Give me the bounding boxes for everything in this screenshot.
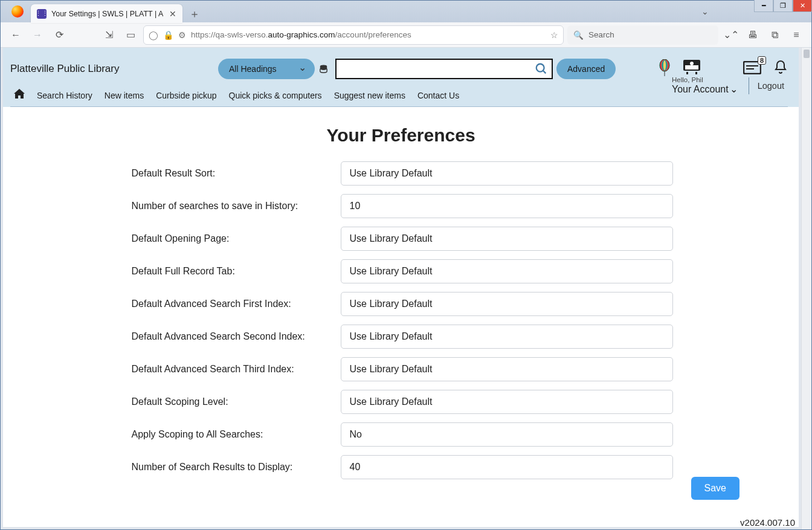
headings-dropdown-label: All Headings	[229, 64, 277, 74]
browser-toolbar: ← → ⟳ ⇲ ▭ ◯ 🔒 ⚙ https://qa-swls-verso.au…	[1, 22, 811, 48]
pref-label: Default Advanced Search Second Index:	[129, 331, 341, 342]
svg-line-2	[543, 71, 546, 74]
nav-contact-us[interactable]: Contact Us	[417, 91, 459, 100]
svg-rect-8	[685, 65, 698, 69]
balloon-icon[interactable]	[659, 59, 671, 79]
nav-quick-picks[interactable]: Quick picks & computers	[229, 91, 322, 100]
pref-label: Apply Scoping to All Searches:	[129, 429, 341, 440]
home-icon[interactable]	[14, 89, 25, 102]
pref-row: Default Scoping Level:Use Library Defaul…	[129, 390, 673, 414]
permissions-icon: ⚙	[178, 30, 186, 40]
shield-icon: ◯	[149, 30, 158, 40]
print-icon[interactable]: 🖶	[744, 26, 762, 44]
pref-label: Default Result Sort:	[129, 168, 341, 179]
greeting-text: Hello, Phil	[672, 76, 738, 83]
svg-point-5	[663, 60, 666, 70]
pref-row: Apply Scoping to All Searches:No	[129, 422, 673, 447]
nav-new-items[interactable]: New items	[105, 91, 144, 100]
browser-tab[interactable]: ⋮⋮ Your Settings | SWLS | PLATT | A ✕	[31, 4, 182, 23]
svg-rect-11	[695, 72, 697, 74]
tab-title: Your Settings | SWLS | PLATT | A	[51, 10, 163, 18]
card-badge: 8	[758, 56, 766, 65]
pref-select[interactable]: Use Library Default	[341, 161, 673, 186]
pref-row: Default Advanced Search Third Index:Use …	[129, 357, 673, 381]
window-maximize-button[interactable]: ❐	[773, 0, 793, 12]
pref-label: Default Advanced Search First Index:	[129, 299, 341, 309]
scrollbar-thumb[interactable]	[804, 50, 810, 58]
containers-icon[interactable]: ▭	[121, 26, 140, 44]
pref-row: Default Advanced Search First Index:Use …	[129, 292, 673, 316]
tabs-dropdown-icon[interactable]: ⌄	[701, 7, 709, 16]
forward-button[interactable]: →	[28, 26, 47, 44]
window-minimize-button[interactable]: ━	[754, 0, 773, 12]
window-close-button[interactable]: ✕	[793, 0, 812, 12]
tab-close-icon[interactable]: ✕	[168, 9, 178, 19]
pref-select[interactable]: Use Library Default	[341, 357, 673, 381]
svg-point-1	[536, 64, 544, 72]
database-icon[interactable]	[318, 62, 332, 76]
advanced-search-button[interactable]: Advanced	[556, 59, 616, 79]
pref-select[interactable]: Use Library Default	[341, 390, 673, 414]
nav-suggest-items[interactable]: Suggest new items	[334, 91, 405, 100]
pref-select[interactable]: 40	[341, 455, 673, 479]
bookmark-star-icon[interactable]: ☆	[550, 30, 558, 40]
catalog-search-input[interactable]	[343, 60, 535, 78]
pref-label: Number of searches to save in History:	[129, 201, 341, 212]
url-bar[interactable]: ◯ 🔒 ⚙ https://qa-swls-verso.auto-graphic…	[143, 25, 564, 45]
chevron-down-icon: ⌄	[730, 83, 738, 95]
pref-row: Default Result Sort:Use Library Default	[129, 161, 673, 186]
pref-row: Default Opening Page:Use Library Default	[129, 227, 673, 251]
tab-strip: ⋮⋮ Your Settings | SWLS | PLATT | A ✕ ＋ …	[1, 1, 811, 22]
browser-search-box[interactable]: 🔍 Search	[567, 25, 718, 45]
catalog-search-box[interactable]	[335, 59, 553, 79]
search-submit-icon[interactable]	[535, 62, 548, 76]
firefox-logo-icon	[11, 5, 24, 18]
pref-select[interactable]: 10	[341, 194, 673, 218]
pref-label: Number of Search Results to Display:	[129, 462, 341, 473]
new-tab-button[interactable]: ＋	[186, 5, 203, 22]
your-account-menu[interactable]: Your Account⌄	[672, 83, 738, 95]
nav-curbside-pickup[interactable]: Curbside pickup	[156, 91, 216, 100]
extensions-icon[interactable]: ⇲	[100, 26, 118, 44]
search-icon: 🔍	[573, 30, 584, 40]
search-placeholder: Search	[588, 30, 614, 39]
reload-button[interactable]: ⟳	[50, 26, 68, 44]
page-title: Your Preferences	[27, 125, 775, 146]
version-text: v2024.007.10	[740, 517, 795, 528]
extensions-puzzle-icon[interactable]: ⧉	[765, 26, 784, 44]
pref-select[interactable]: Use Library Default	[341, 325, 673, 349]
back-button[interactable]: ←	[7, 26, 25, 44]
pref-select[interactable]: No	[341, 422, 673, 447]
pref-row: Default Advanced Search Second Index:Use…	[129, 325, 673, 349]
vertical-scrollbar[interactable]	[801, 48, 811, 529]
library-name: Platteville Public Library	[10, 63, 210, 75]
pref-select[interactable]: Use Library Default	[341, 259, 673, 283]
svg-point-9	[690, 62, 694, 65]
pref-row: Number of Search Results to Display:40	[129, 455, 673, 479]
tab-favicon-icon: ⋮⋮	[37, 9, 47, 19]
page-content: Platteville Public Library All Headings	[1, 48, 801, 529]
pref-select[interactable]: Use Library Default	[341, 227, 673, 251]
pref-label: Default Scoping Level:	[129, 396, 341, 407]
pref-row: Default Full Record Tab:Use Library Defa…	[129, 259, 673, 283]
pref-select[interactable]: Use Library Default	[341, 292, 673, 316]
app-menu-icon[interactable]: ≡	[787, 26, 805, 44]
library-card-icon[interactable]: 8	[743, 60, 761, 79]
svg-rect-10	[686, 72, 688, 74]
pref-label: Default Opening Page:	[129, 233, 341, 244]
lock-icon: 🔒	[163, 30, 173, 40]
pref-label: Default Full Record Tab:	[129, 266, 341, 277]
logout-link[interactable]: Logout	[749, 77, 784, 94]
url-text: https://qa-swls-verso.auto-graphics.com/…	[191, 30, 411, 39]
save-button[interactable]: Save	[691, 477, 740, 500]
pref-row: Number of searches to save in History:10	[129, 194, 673, 218]
pocket-icon[interactable]: ⌄⌃	[722, 26, 740, 44]
nav-search-history[interactable]: Search History	[37, 91, 92, 100]
pref-label: Default Advanced Search Third Index:	[129, 364, 341, 375]
headings-dropdown[interactable]: All Headings	[218, 59, 315, 79]
